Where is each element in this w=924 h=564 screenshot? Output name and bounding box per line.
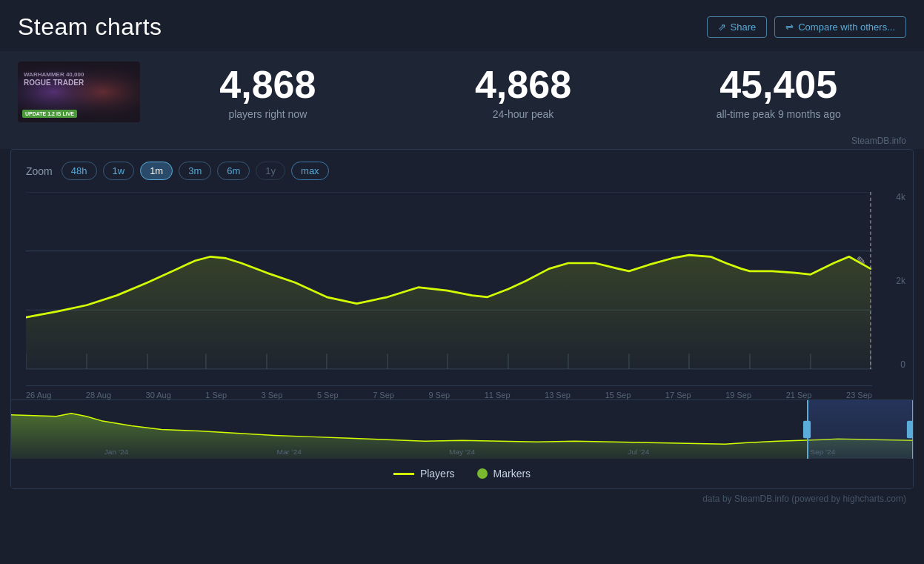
legend-players: Players (393, 468, 455, 480)
share-label: Share (731, 21, 757, 33)
x-label-3: 1 Sep (205, 391, 227, 399)
peak-24h-label: 24-hour peak (418, 108, 629, 120)
svg-rect-33 (907, 421, 913, 439)
svg-text:ROGUE TRADER: ROGUE TRADER (24, 79, 84, 87)
svg-text:Jan '24: Jan '24 (104, 448, 129, 456)
x-label-1: 28 Aug (86, 391, 111, 399)
compare-label: Compare with others... (798, 21, 895, 33)
game-badge: UPDATE 1.2 IS LIVE (22, 110, 77, 118)
x-label-11: 17 Sep (665, 391, 691, 399)
svg-text:Sep '24: Sep '24 (810, 448, 835, 456)
compare-icon: ⇌ (785, 21, 794, 33)
svg-text:✎: ✎ (857, 255, 866, 267)
page-title: Steam charts (18, 13, 162, 41)
current-players-value: 4,868 (162, 64, 373, 106)
svg-marker-24 (26, 255, 871, 369)
x-label-2: 30 Aug (146, 391, 171, 399)
legend-players-line (393, 473, 414, 475)
main-chart: 4k 2k 0 (11, 192, 913, 399)
x-label-0: 26 Aug (26, 391, 51, 399)
zoom-controls: Zoom 48h 1w 1m 3m 6m 1y max (11, 162, 913, 192)
stat-24h: 4,868 24-hour peak (396, 64, 651, 119)
compare-button[interactable]: ⇌ Compare with others... (774, 16, 906, 38)
data-credit: data by SteamDB.info (powered by highcha… (0, 489, 924, 508)
x-label-4: 3 Sep (262, 391, 283, 399)
y-label-2k: 2k (896, 276, 905, 286)
svg-text:Mar '24: Mar '24 (276, 448, 302, 456)
share-button[interactable]: ⇗ Share (707, 16, 768, 38)
legend-players-label: Players (420, 468, 455, 480)
steamdb-credit: SteamDB.info (0, 133, 924, 149)
header: Steam charts ⇗ Share ⇌ Compare with othe… (0, 0, 924, 51)
x-label-13: 21 Sep (786, 391, 812, 399)
stat-current: 4,868 players right now (140, 64, 396, 119)
data-credit-text: data by SteamDB.info (powered by highcha… (702, 494, 906, 504)
svg-text:WARHAMMER 40,000: WARHAMMER 40,000 (24, 71, 84, 78)
zoom-1y[interactable]: 1y (256, 162, 285, 180)
peak-24h-value: 4,868 (418, 64, 629, 106)
mini-chart[interactable]: Jan '24 Mar '24 May '24 Jul '24 Sep '24 (11, 399, 913, 459)
legend-markers-dot (477, 468, 488, 479)
zoom-48h[interactable]: 48h (62, 162, 97, 180)
stat-alltime: 45,405 all-time peak 9 months ago (651, 64, 906, 119)
zoom-label: Zoom (26, 165, 53, 177)
x-label-5: 5 Sep (317, 391, 339, 399)
alltime-value: 45,405 (673, 64, 884, 106)
x-label-9: 13 Sep (545, 391, 571, 399)
legend-markers-label: Markers (493, 468, 531, 480)
alltime-label: all-time peak 9 months ago (673, 108, 884, 120)
svg-rect-32 (803, 421, 811, 439)
game-thumb-bg: WARHAMMER 40,000 ROGUE TRADER UPDATE 1.2… (18, 62, 140, 122)
legend: Players Markers (11, 459, 913, 488)
x-label-12: 19 Sep (725, 391, 751, 399)
svg-text:May '24: May '24 (449, 448, 476, 456)
y-axis: 4k 2k 0 (872, 192, 913, 370)
chart-container: Zoom 48h 1w 1m 3m 6m 1y max 4k 2k 0 (10, 149, 914, 489)
x-label-8: 11 Sep (485, 391, 511, 399)
current-players-label: players right now (162, 108, 373, 120)
steamdb-text: SteamDB.info (851, 136, 906, 146)
zoom-6m[interactable]: 6m (217, 162, 250, 180)
chart-svg-wrapper: ✎ (26, 192, 872, 370)
zoom-3m[interactable]: 3m (179, 162, 211, 180)
zoom-max[interactable]: max (291, 162, 329, 180)
x-label-14: 23 Sep (846, 391, 872, 399)
y-label-4k: 4k (896, 192, 905, 202)
x-label-6: 7 Sep (373, 391, 394, 399)
zoom-1w[interactable]: 1w (103, 162, 135, 180)
zoom-1m[interactable]: 1m (140, 162, 173, 180)
game-thumbnail[interactable]: WARHAMMER 40,000 ROGUE TRADER UPDATE 1.2… (18, 62, 140, 122)
legend-markers: Markers (477, 468, 531, 480)
game-info-bar: WARHAMMER 40,000 ROGUE TRADER UPDATE 1.2… (0, 51, 924, 133)
header-buttons: ⇗ Share ⇌ Compare with others... (707, 16, 906, 38)
share-icon: ⇗ (718, 21, 726, 33)
x-label-10: 15 Sep (605, 391, 631, 399)
svg-text:Jul '24: Jul '24 (628, 448, 649, 456)
x-label-7: 9 Sep (428, 391, 450, 399)
y-label-0: 0 (900, 359, 905, 370)
